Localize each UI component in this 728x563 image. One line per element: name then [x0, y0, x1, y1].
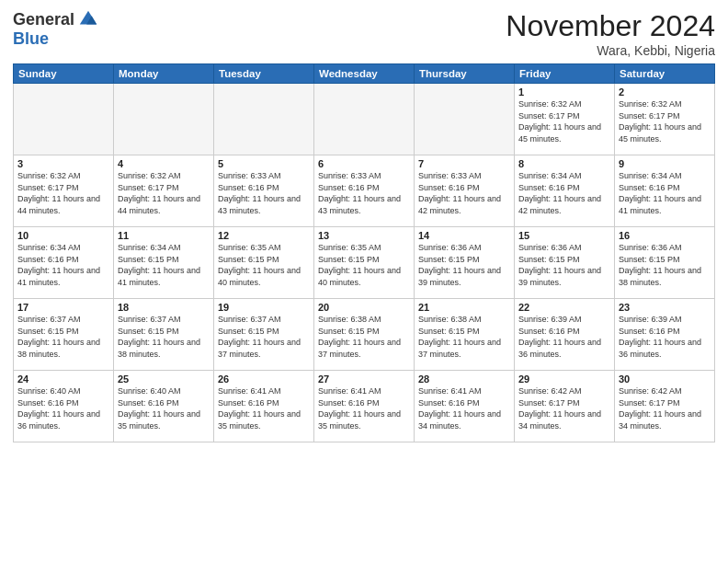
calendar-cell: 30Sunrise: 6:42 AM Sunset: 6:17 PM Dayli…: [615, 371, 715, 442]
day-info: Sunrise: 6:39 AM Sunset: 6:16 PM Dayligh…: [619, 314, 711, 360]
day-info: Sunrise: 6:36 AM Sunset: 6:15 PM Dayligh…: [418, 242, 510, 288]
header: General Blue November 2024 Wara, Kebbi, …: [13, 9, 715, 58]
day-number: 20: [318, 302, 410, 313]
day-info: Sunrise: 6:35 AM Sunset: 6:15 PM Dayligh…: [318, 242, 410, 288]
day-info: Sunrise: 6:33 AM Sunset: 6:16 PM Dayligh…: [418, 170, 510, 216]
weekday-header: Monday: [114, 64, 214, 84]
calendar-cell: [14, 84, 114, 155]
day-info: Sunrise: 6:32 AM Sunset: 6:17 PM Dayligh…: [619, 98, 711, 144]
calendar-cell: 22Sunrise: 6:39 AM Sunset: 6:16 PM Dayli…: [515, 299, 615, 371]
day-number: 14: [418, 230, 510, 241]
day-number: 9: [619, 158, 711, 169]
title-section: November 2024 Wara, Kebbi, Nigeria: [506, 9, 715, 58]
day-number: 13: [318, 230, 410, 241]
calendar-cell: 25Sunrise: 6:40 AM Sunset: 6:16 PM Dayli…: [114, 371, 214, 442]
day-info: Sunrise: 6:40 AM Sunset: 6:16 PM Dayligh…: [118, 385, 210, 431]
calendar-table: SundayMondayTuesdayWednesdayThursdayFrid…: [13, 63, 715, 442]
day-number: 4: [118, 158, 210, 169]
day-info: Sunrise: 6:35 AM Sunset: 6:15 PM Dayligh…: [218, 242, 310, 288]
calendar-cell: 19Sunrise: 6:37 AM Sunset: 6:15 PM Dayli…: [214, 299, 314, 371]
day-info: Sunrise: 6:40 AM Sunset: 6:16 PM Dayligh…: [17, 385, 109, 431]
calendar-cell: 17Sunrise: 6:37 AM Sunset: 6:15 PM Dayli…: [14, 299, 114, 371]
calendar-cell: 28Sunrise: 6:41 AM Sunset: 6:16 PM Dayli…: [415, 371, 515, 442]
day-info: Sunrise: 6:38 AM Sunset: 6:15 PM Dayligh…: [318, 314, 410, 360]
calendar-cell: 24Sunrise: 6:40 AM Sunset: 6:16 PM Dayli…: [14, 371, 114, 442]
day-info: Sunrise: 6:32 AM Sunset: 6:17 PM Dayligh…: [17, 170, 109, 216]
day-info: Sunrise: 6:41 AM Sunset: 6:16 PM Dayligh…: [418, 385, 510, 431]
calendar-cell: [415, 84, 515, 155]
calendar-cell: 23Sunrise: 6:39 AM Sunset: 6:16 PM Dayli…: [615, 299, 715, 371]
logo-general-text: General: [13, 10, 74, 29]
calendar-cell: 11Sunrise: 6:34 AM Sunset: 6:15 PM Dayli…: [114, 227, 214, 299]
day-number: 15: [518, 230, 610, 241]
calendar-cell: 27Sunrise: 6:41 AM Sunset: 6:16 PM Dayli…: [314, 371, 415, 442]
day-info: Sunrise: 6:32 AM Sunset: 6:17 PM Dayligh…: [118, 170, 210, 216]
day-number: 17: [17, 302, 109, 313]
calendar-cell: 14Sunrise: 6:36 AM Sunset: 6:15 PM Dayli…: [415, 227, 515, 299]
calendar-cell: 2Sunrise: 6:32 AM Sunset: 6:17 PM Daylig…: [615, 84, 715, 155]
day-number: 26: [218, 373, 310, 385]
day-number: 30: [619, 373, 711, 385]
calendar-cell: [314, 84, 415, 155]
day-number: 18: [118, 302, 210, 313]
day-info: Sunrise: 6:32 AM Sunset: 6:17 PM Dayligh…: [518, 98, 610, 144]
day-number: 10: [17, 230, 109, 241]
calendar-cell: 9Sunrise: 6:34 AM Sunset: 6:16 PM Daylig…: [615, 155, 715, 227]
weekday-header-row: SundayMondayTuesdayWednesdayThursdayFrid…: [14, 64, 715, 84]
calendar-cell: 15Sunrise: 6:36 AM Sunset: 6:15 PM Dayli…: [515, 227, 615, 299]
calendar-week-row: 10Sunrise: 6:34 AM Sunset: 6:16 PM Dayli…: [14, 227, 715, 299]
day-number: 27: [318, 373, 410, 385]
calendar-cell: 16Sunrise: 6:36 AM Sunset: 6:15 PM Dayli…: [615, 227, 715, 299]
day-info: Sunrise: 6:41 AM Sunset: 6:16 PM Dayligh…: [318, 385, 410, 431]
weekday-header: Friday: [515, 64, 615, 84]
calendar-cell: 13Sunrise: 6:35 AM Sunset: 6:15 PM Dayli…: [314, 227, 415, 299]
calendar-cell: 8Sunrise: 6:34 AM Sunset: 6:16 PM Daylig…: [515, 155, 615, 227]
day-number: 6: [318, 158, 410, 169]
weekday-header: Thursday: [415, 64, 515, 84]
day-info: Sunrise: 6:36 AM Sunset: 6:15 PM Dayligh…: [518, 242, 610, 288]
day-info: Sunrise: 6:34 AM Sunset: 6:15 PM Dayligh…: [118, 242, 210, 288]
day-info: Sunrise: 6:38 AM Sunset: 6:15 PM Dayligh…: [418, 314, 510, 360]
day-number: 24: [17, 373, 109, 385]
day-info: Sunrise: 6:42 AM Sunset: 6:17 PM Dayligh…: [619, 385, 711, 431]
day-info: Sunrise: 6:39 AM Sunset: 6:16 PM Dayligh…: [518, 314, 610, 360]
weekday-header: Wednesday: [314, 64, 415, 84]
calendar-cell: 5Sunrise: 6:33 AM Sunset: 6:16 PM Daylig…: [214, 155, 314, 227]
logo-blue-text: Blue: [13, 29, 49, 49]
day-info: Sunrise: 6:42 AM Sunset: 6:17 PM Dayligh…: [518, 385, 610, 431]
day-info: Sunrise: 6:33 AM Sunset: 6:16 PM Dayligh…: [318, 170, 410, 216]
day-number: 19: [218, 302, 310, 313]
calendar-cell: 12Sunrise: 6:35 AM Sunset: 6:15 PM Dayli…: [214, 227, 314, 299]
day-number: 11: [118, 230, 210, 241]
day-number: 7: [418, 158, 510, 169]
calendar-cell: 7Sunrise: 6:33 AM Sunset: 6:16 PM Daylig…: [415, 155, 515, 227]
day-number: 21: [418, 302, 510, 313]
page: General Blue November 2024 Wara, Kebbi, …: [0, 0, 728, 563]
calendar-cell: 3Sunrise: 6:32 AM Sunset: 6:17 PM Daylig…: [14, 155, 114, 227]
day-number: 29: [518, 373, 610, 385]
calendar-cell: 1Sunrise: 6:32 AM Sunset: 6:17 PM Daylig…: [515, 84, 615, 155]
day-number: 3: [17, 158, 109, 169]
day-number: 1: [518, 86, 610, 98]
day-number: 12: [218, 230, 310, 241]
weekday-header: Saturday: [615, 64, 715, 84]
calendar-week-row: 17Sunrise: 6:37 AM Sunset: 6:15 PM Dayli…: [14, 299, 715, 371]
calendar-cell: 29Sunrise: 6:42 AM Sunset: 6:17 PM Dayli…: [515, 371, 615, 442]
weekday-header: Tuesday: [214, 64, 314, 84]
day-info: Sunrise: 6:34 AM Sunset: 6:16 PM Dayligh…: [17, 242, 109, 288]
day-number: 16: [619, 230, 711, 241]
day-info: Sunrise: 6:41 AM Sunset: 6:16 PM Dayligh…: [218, 385, 310, 431]
day-number: 2: [619, 86, 711, 98]
calendar-week-row: 24Sunrise: 6:40 AM Sunset: 6:16 PM Dayli…: [14, 371, 715, 442]
calendar-cell: [214, 84, 314, 155]
calendar-cell: 21Sunrise: 6:38 AM Sunset: 6:15 PM Dayli…: [415, 299, 515, 371]
logo-icon: [78, 9, 98, 29]
calendar-week-row: 3Sunrise: 6:32 AM Sunset: 6:17 PM Daylig…: [14, 155, 715, 227]
calendar-cell: 4Sunrise: 6:32 AM Sunset: 6:17 PM Daylig…: [114, 155, 214, 227]
day-info: Sunrise: 6:33 AM Sunset: 6:16 PM Dayligh…: [218, 170, 310, 216]
day-info: Sunrise: 6:34 AM Sunset: 6:16 PM Dayligh…: [518, 170, 610, 216]
day-info: Sunrise: 6:37 AM Sunset: 6:15 PM Dayligh…: [218, 314, 310, 360]
weekday-header: Sunday: [14, 64, 114, 84]
day-number: 28: [418, 373, 510, 385]
calendar-cell: 18Sunrise: 6:37 AM Sunset: 6:15 PM Dayli…: [114, 299, 214, 371]
